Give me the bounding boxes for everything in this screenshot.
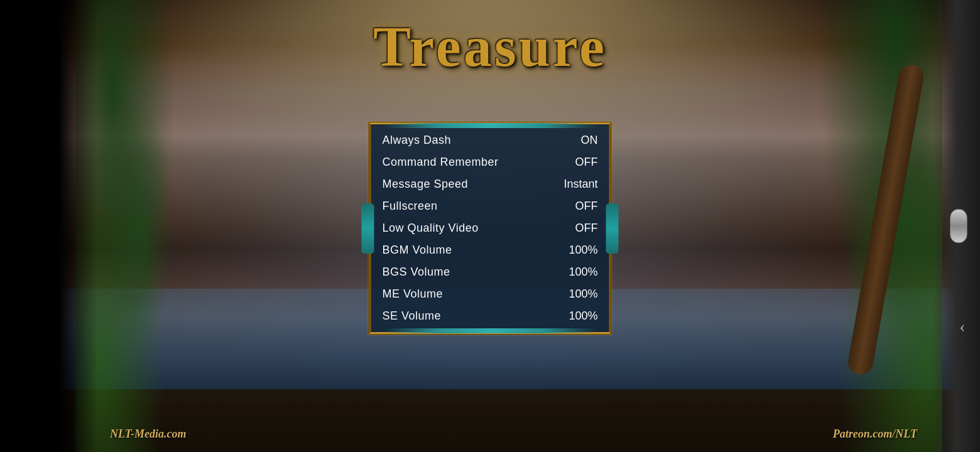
settings-row-label: Command Remember [383,156,499,169]
settings-row[interactable]: BGM Volume100% [371,239,609,261]
settings-row-label: Always Dash [383,134,452,147]
game-title: Treasure [373,16,607,78]
settings-right-deco [606,203,619,254]
settings-row-value: OFF [554,222,598,235]
bottom-left-text: NLT-Media.com [110,428,187,441]
settings-row[interactable]: Command RememberOFF [371,151,609,173]
right-handle[interactable] [950,209,967,244]
settings-row[interactable]: Message SpeedInstant [371,173,609,195]
settings-row[interactable]: Low Quality VideoOFF [371,217,609,239]
settings-panel: Always DashONCommand RememberOFFMessage … [369,122,611,334]
game-screen: Treasure Always DashONCommand RememberOF… [0,0,980,452]
settings-row[interactable]: FullscreenOFF [371,195,609,217]
settings-row-label: BGS Volume [383,266,450,279]
settings-row-value: 100% [554,288,598,301]
settings-row-value: Instant [554,178,598,191]
settings-row-value: OFF [554,156,598,169]
settings-row-value: 100% [554,244,598,257]
settings-row-value: 100% [554,266,598,279]
title-area: Treasure [0,19,980,75]
settings-row-label: Fullscreen [383,200,438,213]
settings-row-label: Message Speed [383,178,469,191]
settings-row-value: ON [554,134,598,147]
back-arrow[interactable]: ‹ [952,314,972,339]
settings-row[interactable]: Always DashON [371,129,609,151]
settings-top-banner [384,123,597,128]
settings-row[interactable]: BGS Volume100% [371,261,609,283]
settings-row-label: BGM Volume [383,244,452,257]
settings-row-value: OFF [554,200,598,213]
settings-bottom-banner [384,328,597,333]
bottom-right-text: Patreon.com/NLT [833,428,917,441]
settings-left-deco [362,203,374,254]
settings-row[interactable]: ME Volume100% [371,283,609,305]
settings-row-value: 100% [554,309,598,323]
settings-rows-container: Always DashONCommand RememberOFFMessage … [371,129,609,327]
settings-row-label: Low Quality Video [383,222,479,235]
settings-row[interactable]: SE Volume100% [371,305,609,327]
settings-row-label: SE Volume [383,309,442,323]
settings-row-label: ME Volume [383,288,444,301]
